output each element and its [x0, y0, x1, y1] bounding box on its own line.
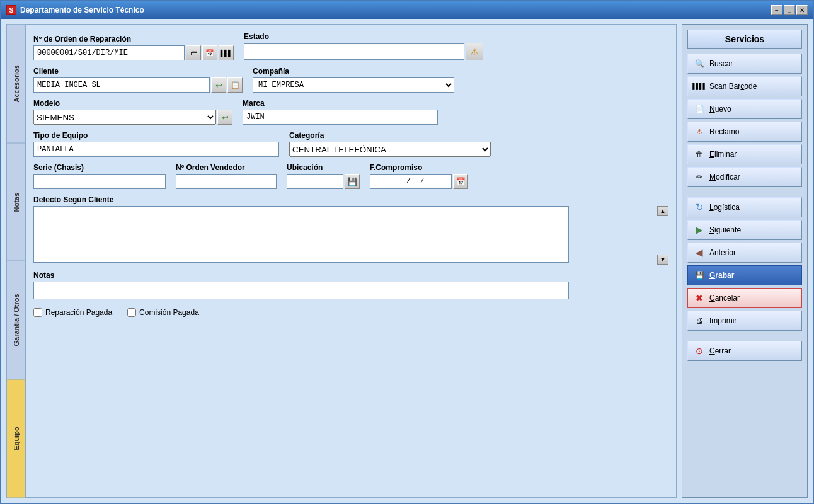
main-window: S Departamento de Servicio Técnico − □ ✕… — [0, 0, 814, 504]
tipo-input[interactable] — [33, 142, 279, 157]
row-serie-etc: Serie (Chasis) Nº Orden Vendedor Ubicaci… — [33, 163, 668, 189]
cliente-field-group: ↩ 📋 — [33, 77, 243, 93]
logistica-button[interactable]: ↻ Logística — [687, 197, 802, 217]
new-doc-icon: 📄 — [693, 103, 706, 115]
anterior-icon: ◀ — [693, 246, 706, 259]
grabar-button[interactable]: 💾 Grabar — [687, 265, 802, 285]
compania-select[interactable]: MI EMPRESA — [253, 77, 454, 93]
group-marca: Marca — [243, 99, 438, 125]
scan-barcode-button[interactable]: ▌▌▌▌ Scan Barcode — [687, 76, 802, 96]
database-icon: 🗃 — [190, 49, 197, 57]
ubicacion-save-btn[interactable]: 💾 — [345, 174, 360, 189]
tab-sidebar: Accesorios Notas Garantía / Otros Equipo — [7, 25, 26, 497]
cancelar-button[interactable]: ✖ Cancelar — [687, 288, 802, 308]
group-compania: Compañía MI EMPRESA — [253, 67, 454, 93]
cliente-label: Cliente — [33, 67, 243, 76]
grabar-icon: 💾 — [693, 269, 706, 282]
cerrar-button[interactable]: ⊙ Cerrar — [687, 341, 802, 361]
cliente-input[interactable] — [33, 77, 210, 93]
tipo-label: Tipo de Equipo — [33, 131, 279, 140]
imprimir-button[interactable]: 🖨 Imprimir — [687, 311, 802, 331]
modelo-select[interactable]: SIEMENS — [33, 110, 216, 125]
defecto-label: Defecto Según Cliente — [33, 195, 668, 204]
defecto-scroll-down[interactable]: ▼ — [657, 255, 668, 265]
reclamo-button[interactable]: ⚠ Reclamo — [687, 122, 802, 142]
comision-label: Comisión Pagada — [139, 308, 199, 317]
orden-vend-input[interactable] — [176, 174, 277, 189]
tab-garantia[interactable]: Garantía / Otros — [7, 261, 25, 379]
divider1 — [687, 190, 802, 195]
maximize-button[interactable]: □ — [784, 5, 795, 15]
app-icon: S — [6, 5, 16, 15]
right-sidebar: Servicios 🔍 Buscar ▌▌▌▌ Scan Barcode 📄 N… — [682, 24, 808, 498]
window-controls: − □ ✕ — [771, 5, 808, 15]
reparacion-checkbox[interactable] — [33, 308, 42, 317]
modelo-goto-icon: ↩ — [222, 113, 229, 122]
tab-equipo[interactable]: Equipo — [7, 379, 25, 498]
modelo-goto-btn[interactable]: ↩ — [217, 110, 232, 125]
eliminar-button[interactable]: 🗑 Eliminar — [687, 144, 802, 164]
notas-label: Notas — [33, 271, 668, 280]
cliente-info-btn[interactable]: 📋 — [227, 77, 243, 93]
anterior-button[interactable]: ◀ Anterior — [687, 243, 802, 263]
fcompromiso-calendar-btn[interactable]: 📅 — [453, 174, 468, 189]
barcode-scan-icon: ▌▌▌▌ — [693, 80, 706, 93]
minimize-button[interactable]: − — [771, 5, 782, 15]
close-button[interactable]: ✕ — [796, 5, 808, 15]
checkboxes-row: Reparación Pagada Comisión Pagada — [33, 308, 668, 317]
orden-btn3[interactable]: ▌▌▌ — [219, 45, 234, 60]
modificar-label: Modificar — [709, 173, 740, 181]
group-serie: Serie (Chasis) — [33, 163, 166, 189]
siguiente-label: Siguiente — [709, 226, 741, 234]
ubicacion-input[interactable] — [287, 174, 343, 189]
group-modelo: Modelo SIEMENS ↩ — [33, 99, 232, 125]
row-tipo-categoria: Tipo de Equipo Categoría CENTRAL TELEFÓN… — [33, 131, 668, 157]
barcode-icon: ▌▌▌ — [221, 50, 232, 57]
scan-barcode-label: Scan Barcode — [709, 82, 757, 91]
fcompromiso-calendar-icon: 📅 — [456, 177, 466, 186]
reparacion-label: Reparación Pagada — [45, 308, 112, 317]
group-orden: Nº de Orden de Reparación 🗃 📅 ▌▌▌ — [33, 35, 234, 60]
info-icon: 📋 — [231, 81, 240, 89]
group-fcompromiso: F.Compromiso 📅 — [370, 163, 468, 189]
notas-input[interactable] — [33, 282, 569, 299]
fcompromiso-field-group: 📅 — [370, 174, 468, 189]
orden-btn1[interactable]: 🗃 — [186, 45, 201, 60]
comision-checkbox[interactable] — [127, 308, 136, 317]
orden-vend-label: Nº Orden Vendedor — [176, 163, 277, 172]
orden-btn2[interactable]: 📅 — [202, 45, 217, 60]
siguiente-button[interactable]: ▶ Siguiente — [687, 220, 802, 240]
sidebar-title: Servicios — [687, 30, 802, 49]
goto-icon: ↩ — [215, 81, 222, 90]
cliente-goto-btn[interactable]: ↩ — [211, 77, 226, 93]
calendar-icon: 📅 — [205, 49, 214, 57]
fcompromiso-input[interactable] — [370, 174, 452, 189]
row-cliente-compania: Cliente ↩ 📋 Compañía — [33, 67, 668, 93]
orden-input[interactable] — [33, 45, 185, 60]
categoria-select[interactable]: CENTRAL TELEFÓNICA — [289, 142, 491, 157]
tab-accesorios[interactable]: Accesorios — [7, 25, 25, 143]
serie-label: Serie (Chasis) — [33, 163, 166, 172]
siguiente-icon: ▶ — [693, 224, 706, 236]
estado-field-group: ⚠ — [244, 43, 483, 60]
group-ubicacion: Ubicación 💾 — [287, 163, 360, 189]
reclamo-icon: ⚠ — [693, 125, 706, 138]
cerrar-icon: ⊙ — [693, 345, 706, 357]
tab-notas[interactable]: Notas — [7, 143, 25, 261]
defecto-textarea[interactable] — [33, 206, 569, 263]
divider2 — [687, 333, 802, 338]
marca-input[interactable] — [243, 110, 438, 125]
orden-label: Nº de Orden de Reparación — [33, 35, 234, 43]
logistica-label: Logística — [709, 203, 740, 212]
modelo-label: Modelo — [33, 99, 232, 108]
estado-input[interactable] — [244, 43, 464, 60]
nuevo-button[interactable]: 📄 Nuevo — [687, 99, 802, 119]
modificar-button[interactable]: ✏ Modificar — [687, 167, 802, 187]
defecto-scroll-up[interactable]: ▲ — [657, 206, 668, 216]
estado-warning-btn[interactable]: ⚠ — [466, 43, 483, 60]
marca-label: Marca — [243, 99, 438, 108]
anterior-label: Anterior — [709, 248, 736, 257]
buscar-button[interactable]: 🔍 Buscar — [687, 54, 802, 74]
modificar-icon: ✏ — [693, 171, 706, 183]
serie-input[interactable] — [33, 174, 166, 189]
